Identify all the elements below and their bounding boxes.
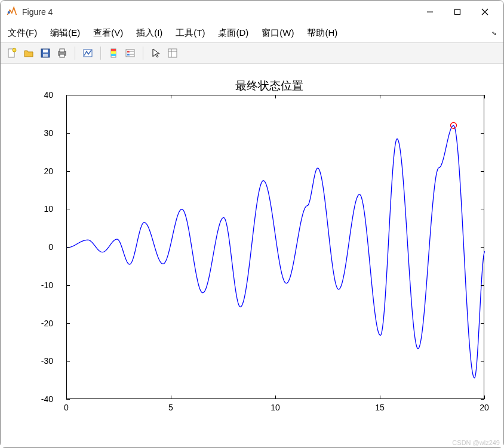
y-tick-label: 20 (29, 166, 53, 176)
y-tick-mark (481, 171, 484, 172)
menu-edit[interactable]: 编辑(E) (48, 26, 82, 40)
print-button[interactable] (54, 45, 70, 61)
y-tick-mark (481, 133, 484, 134)
insert-colorbar-button[interactable] (106, 45, 121, 61)
matlab-icon (5, 6, 17, 18)
y-tick-mark (481, 209, 484, 209)
x-tick-mark (66, 95, 67, 98)
svg-rect-17 (111, 54, 116, 56)
property-editor-button[interactable] (165, 45, 180, 61)
y-tick-label: 10 (29, 204, 53, 214)
plot-svg (67, 95, 485, 400)
menu-file[interactable]: 文件(F) (5, 26, 39, 40)
window-title: Figure 4 (22, 7, 53, 17)
x-tick-mark (380, 95, 380, 98)
x-tick-label: 5 (168, 403, 173, 412)
y-tick-mark (66, 133, 70, 134)
print-icon (57, 48, 67, 58)
x-tick-label: 20 (480, 403, 489, 412)
y-tick-mark (66, 323, 70, 324)
svg-rect-19 (127, 51, 130, 52)
toolbar (1, 42, 503, 64)
save-button[interactable] (38, 45, 53, 61)
x-tick-mark (275, 95, 276, 98)
maximize-button[interactable] (444, 2, 471, 21)
x-tick-label: 0 (64, 403, 69, 412)
menubar: 文件(F) 编辑(E) 查看(V) 插入(I) 工具(T) 桌面(D) 窗口(W… (1, 23, 503, 42)
svg-rect-23 (168, 49, 177, 57)
x-tick-mark (171, 396, 171, 399)
save-icon (40, 48, 51, 58)
svg-rect-16 (111, 51, 116, 54)
open-button[interactable] (21, 45, 36, 61)
svg-rect-18 (126, 50, 134, 57)
menu-window[interactable]: 窗口(W) (259, 26, 296, 40)
link-plot-button[interactable] (80, 45, 96, 61)
y-tick-label: -40 (29, 394, 53, 404)
y-tick-label: -30 (29, 356, 53, 366)
svg-rect-20 (127, 54, 130, 55)
properties-icon (167, 48, 178, 58)
x-tick-mark (66, 396, 67, 399)
edit-plot-button[interactable] (148, 45, 164, 61)
menu-help[interactable]: 帮助(H) (305, 26, 340, 40)
y-tick-mark (66, 285, 70, 286)
axes[interactable] (66, 95, 484, 399)
svg-rect-9 (43, 54, 48, 57)
svg-rect-12 (60, 54, 64, 57)
x-tick-mark (484, 396, 485, 399)
figure-canvas[interactable]: 最终状态位置 -40-30-20-10010203040 05101520 (1, 64, 503, 447)
y-tick-mark (481, 361, 484, 362)
y-tick-label: 40 (29, 90, 53, 100)
y-tick-mark (66, 247, 70, 248)
x-tick-mark (275, 396, 276, 399)
toolbar-separator (143, 47, 143, 60)
watermark: CSDN @wlz249 (452, 439, 500, 446)
plot-container: 最终状态位置 -40-30-20-10010203040 05101520 (36, 82, 478, 416)
toolbar-separator (100, 47, 101, 60)
svg-rect-15 (111, 49, 116, 51)
svg-rect-2 (455, 10, 460, 15)
y-tick-mark (66, 399, 70, 400)
y-tick-mark (481, 247, 484, 248)
y-tick-label: 0 (29, 242, 53, 252)
x-tick-mark (484, 95, 485, 98)
y-tick-mark (66, 171, 70, 172)
line-series (67, 125, 485, 378)
x-tick-mark (171, 95, 171, 98)
y-tick-mark (481, 399, 484, 400)
link-icon (82, 48, 93, 58)
svg-point-6 (13, 48, 16, 52)
plot-title: 最终状态位置 (36, 78, 502, 94)
new-file-icon (7, 48, 17, 58)
menu-overflow-icon[interactable]: ⇘ (491, 30, 499, 36)
close-button[interactable] (471, 2, 499, 21)
y-tick-label: -10 (29, 280, 53, 290)
figure-window: Figure 4 文件(F) 编辑(E) 查看(V) 插入(I) 工具(T) 桌… (0, 0, 504, 448)
toolbar-separator (75, 47, 75, 60)
menu-insert[interactable]: 插入(I) (134, 26, 165, 40)
y-tick-label: 30 (29, 128, 53, 138)
colorbar-icon (109, 48, 118, 58)
legend-icon (125, 48, 136, 58)
svg-rect-8 (43, 50, 48, 52)
y-tick-mark (66, 209, 70, 209)
folder-open-icon (23, 48, 34, 58)
x-tick-label: 15 (375, 403, 385, 412)
x-tick-label: 10 (271, 403, 280, 412)
svg-point-0 (8, 11, 10, 14)
menu-tools[interactable]: 工具(T) (173, 26, 207, 40)
x-tick-mark (380, 396, 380, 399)
y-tick-mark (481, 323, 484, 324)
new-figure-button[interactable] (4, 45, 20, 61)
insert-legend-button[interactable] (122, 45, 138, 61)
y-tick-label: -20 (29, 319, 53, 328)
y-tick-mark (66, 361, 70, 362)
menu-desktop[interactable]: 桌面(D) (216, 26, 251, 40)
titlebar[interactable]: Figure 4 (1, 1, 503, 23)
minimize-button[interactable] (416, 2, 444, 21)
menu-view[interactable]: 查看(V) (91, 26, 125, 40)
svg-rect-11 (60, 49, 64, 52)
cursor-icon (150, 48, 161, 58)
y-tick-mark (481, 285, 484, 286)
